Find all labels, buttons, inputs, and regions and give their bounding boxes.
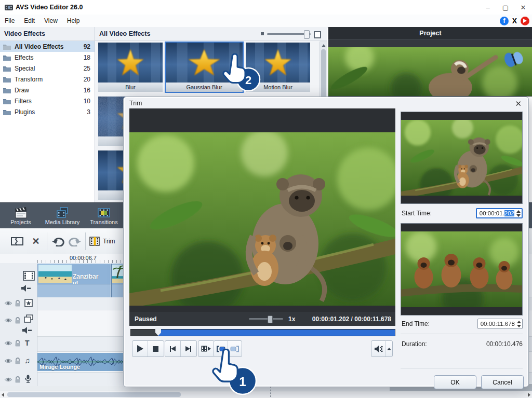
eye-icon[interactable] [4, 377, 12, 382]
cancel-button[interactable]: Cancel [481, 375, 524, 389]
menu-view[interactable]: View [39, 17, 62, 24]
eye-icon[interactable] [4, 318, 12, 323]
menu-help[interactable]: Help [62, 17, 85, 24]
frame-nav-group [165, 340, 197, 357]
end-time-row: End Time: 00:00:11.678 [402, 318, 523, 330]
spin-down-icon [516, 214, 521, 217]
speed-slider[interactable] [249, 318, 283, 320]
folder-icon [3, 54, 11, 61]
playback-state: Paused [135, 315, 157, 323]
timeline-hscrollbar-thumb[interactable] [7, 392, 181, 397]
mute-icon[interactable] [22, 327, 32, 334]
split-button[interactable] [9, 234, 25, 249]
thumbnail-zoom-slider-thumb[interactable] [304, 30, 310, 39]
zoom-out-icon[interactable] [261, 32, 264, 35]
volume-group [371, 340, 393, 357]
sidebar-item-transform[interactable]: Transform 20 [0, 74, 95, 85]
previous-frame-button[interactable] [165, 341, 181, 356]
play-button[interactable] [132, 341, 148, 356]
project-end-marker [270, 387, 271, 397]
undo-button[interactable] [51, 234, 66, 249]
folder-icon [3, 109, 11, 115]
step-2-number: 2 [245, 74, 251, 87]
folder-icon [3, 65, 11, 72]
time-display: 00:00:01.202 / 00:00:11.678 [312, 315, 391, 323]
scroll-right-icon[interactable] [528, 393, 530, 397]
ok-button[interactable]: OK [434, 375, 476, 389]
lock-icon[interactable] [15, 358, 21, 364]
sidebar-item-effects[interactable]: Effects 18 [0, 52, 95, 63]
media-library-icon [56, 207, 69, 219]
sidebar-item-draw[interactable]: Draw 16 [0, 85, 95, 95]
duration-label: Duration: [402, 340, 486, 348]
start-frame-preview [401, 112, 523, 204]
trim-button[interactable]: Trim [89, 234, 122, 249]
eye-icon[interactable] [4, 358, 12, 364]
lock-icon[interactable] [15, 300, 21, 307]
sidebar-title: Video Effects [0, 27, 95, 41]
youtube-icon[interactable] [521, 17, 529, 25]
lock-icon[interactable] [15, 340, 21, 347]
tab-media-library[interactable]: Media Library [42, 203, 83, 229]
microphone-track-icon [24, 375, 32, 383]
play-icon [137, 345, 143, 352]
video-clip-audio-band[interactable] [37, 284, 111, 297]
undo-icon [52, 236, 65, 246]
scroll-left-icon[interactable] [2, 393, 4, 397]
dialog-close-icon[interactable]: ✕ [515, 99, 522, 108]
mute-icon[interactable] [21, 285, 31, 292]
frame-step-button[interactable] [198, 341, 214, 356]
speed-value: 1x [288, 315, 295, 323]
trim-video-frame [129, 132, 395, 306]
end-time-input[interactable]: 00:00:11.678 [477, 319, 523, 329]
video-effects-sidebar: Video Effects All Video Effects 92 Effec… [0, 27, 95, 202]
effects-panel-title: All Video Effects [99, 30, 150, 37]
trim-right-column: Start Time: 00:00:01.202 End Time: 00:00… [401, 108, 523, 378]
menu-bar: File Edit View Help f X [0, 15, 532, 28]
start-time-input[interactable]: 00:00:01.202 [476, 208, 523, 218]
video-track-icon [23, 271, 35, 281]
facebook-icon[interactable]: f [500, 17, 509, 25]
speed-slider-thumb[interactable] [268, 315, 273, 323]
clip-thumbnail [112, 265, 124, 283]
sidebar-item-filters[interactable]: Filters 10 [0, 95, 95, 106]
lock-icon[interactable] [15, 376, 21, 383]
menu-edit[interactable]: Edit [19, 17, 39, 24]
minimize-button[interactable]: – [479, 2, 497, 13]
sidebar-item-plugins[interactable]: Plugins 3 [0, 106, 95, 117]
seek-bar-selection [158, 330, 395, 336]
volume-expand-button[interactable] [385, 341, 392, 356]
x-icon[interactable]: X [510, 17, 519, 25]
end-frame-preview [401, 223, 523, 315]
video-clip-zanzibar[interactable]: Zanzibar vi… [37, 264, 111, 284]
volume-button[interactable] [371, 341, 385, 356]
delete-button[interactable]: ✕ [28, 234, 44, 249]
eye-icon[interactable] [4, 340, 12, 346]
eye-icon[interactable] [4, 300, 12, 306]
duration-row: Duration: 00:00:10.476 [402, 338, 523, 350]
maximize-button[interactable]: ▢ [497, 2, 514, 13]
trim-status-bar: Paused 1x 00:00:01.202 / 00:00:11.678 [129, 312, 395, 326]
stop-button[interactable] [148, 341, 163, 356]
menu-file[interactable]: File [0, 17, 19, 24]
selected-text: 202 [504, 210, 514, 216]
sidebar-item-all-video-effects[interactable]: All Video Effects 92 [0, 41, 95, 52]
zoom-in-icon[interactable] [314, 31, 321, 38]
lock-icon[interactable] [15, 317, 21, 324]
tab-projects[interactable]: Projects [0, 203, 42, 229]
seek-bar[interactable] [130, 329, 395, 336]
redo-button[interactable] [66, 234, 82, 249]
effects-scrollbar-thumb[interactable] [321, 49, 326, 99]
effects-track-icon [24, 299, 33, 307]
sidebar-item-special[interactable]: Special 25 [0, 63, 95, 74]
folder-icon [3, 44, 11, 50]
tab-transitions[interactable]: Transitions [83, 203, 125, 229]
start-time-spinner[interactable] [516, 210, 521, 217]
clapperboard-icon [14, 207, 28, 219]
effect-tile-blur[interactable]: Blur [98, 43, 163, 92]
end-time-spinner[interactable] [517, 321, 521, 327]
close-button[interactable]: ✕ [514, 2, 532, 13]
scroll-up-icon[interactable] [322, 44, 326, 47]
stop-icon [153, 346, 158, 352]
next-frame-button[interactable] [181, 341, 196, 356]
